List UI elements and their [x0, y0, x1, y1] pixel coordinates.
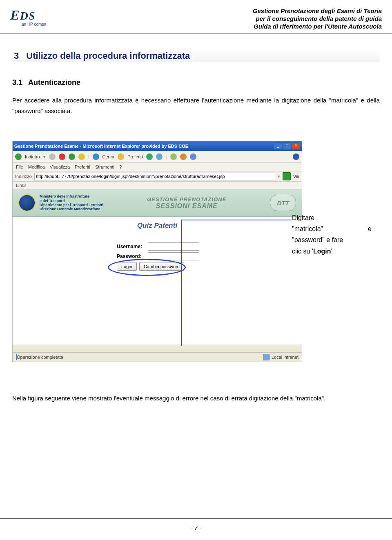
header-doc-title: Gestione Prenotazione degli Esami di Teo… [253, 7, 382, 30]
callout-line-4: clic su 'Login' [292, 246, 372, 257]
minimize-icon[interactable]: _ [274, 142, 282, 150]
page-content-area: Ministero delle Infrastrutture e dei Tra… [13, 189, 302, 344]
edit-icon[interactable] [190, 153, 196, 160]
main-content: 3 Utilizzo della procedura informatizzat… [12, 50, 380, 116]
status-bar: Operazione completata Local intranet [13, 352, 302, 362]
page-header: EDS an HP compa Gestione Prenotazione de… [10, 7, 382, 32]
section-number: 3 [14, 51, 19, 61]
username-input[interactable] [148, 242, 199, 251]
history-icon[interactable] [156, 153, 163, 160]
callout-line-1: Digitare [292, 212, 372, 223]
paragraph-intro: Per accedere alla procedura informatizza… [12, 95, 380, 116]
browser-toolbar: Indietro ▾ | Cerca Preferiti | [13, 151, 302, 163]
ministero-line-1: Ministero delle Infrastrutture [40, 194, 103, 198]
password-input[interactable] [148, 252, 199, 260]
app-brand-title: GESTIONE PRENOTAZIONE SESSIONI ESAME [147, 196, 226, 210]
window-titlebar: Gestione Prenotazione Esame - Microsoft … [13, 141, 302, 151]
back-label[interactable]: Indietro [25, 154, 40, 159]
callout-login-bold: Login [313, 248, 331, 255]
callout-line-3: "password" e fare [292, 234, 372, 245]
stop-icon[interactable] [59, 153, 65, 160]
status-left: Operazione completata [16, 355, 63, 360]
favorites-label[interactable]: Preferiti [127, 154, 143, 159]
browser-menubar: File Modifica Visualizza Preferiti Strum… [13, 163, 302, 171]
go-label[interactable]: Vai [293, 174, 299, 179]
login-form: Username: Password: Login Cambia passwor… [117, 242, 199, 271]
ie-logo-icon [293, 153, 299, 160]
username-row: Username: [117, 242, 199, 251]
login-button[interactable]: Login [117, 262, 137, 271]
quiz-title: Quiz Patenti [13, 222, 302, 230]
paragraph-after-figure: Nella figura seguente viene mostrato l'e… [12, 393, 380, 404]
page-number: - 7 - [0, 524, 392, 531]
address-label: Indirizzo [15, 174, 32, 179]
header-line-3: Guida di riferimento per l'Utente Autosc… [253, 23, 382, 31]
callout-line-2: "matricola" e [292, 223, 372, 234]
logo: EDS an HP compa [10, 7, 46, 27]
callout-line-4b: ' [331, 248, 332, 255]
window-title: Gestione Prenotazione Esame - Microsoft … [14, 144, 188, 149]
print-icon[interactable] [180, 153, 187, 160]
close-icon[interactable]: × [292, 142, 300, 150]
subsection-heading: 3.1 Autenticazione [12, 78, 380, 87]
links-label: Links [16, 183, 27, 188]
forward-icon[interactable] [49, 153, 56, 160]
logo-text-rest: DS [20, 9, 36, 22]
status-right: Local intranet [263, 354, 298, 360]
menu-file[interactable]: File [16, 164, 23, 169]
status-left-text: Operazione completata [17, 355, 63, 360]
go-button[interactable] [283, 172, 291, 180]
section-title: Utilizzo della procedura informatizzata [26, 51, 190, 61]
status-right-text: Local intranet [272, 355, 298, 360]
ministero-text: Ministero delle Infrastrutture e dei Tra… [40, 194, 103, 211]
dtt-badge: DTT [270, 195, 296, 211]
refresh-icon[interactable] [69, 153, 75, 160]
subsection-title: Autenticazione [28, 78, 80, 87]
emblem-icon [18, 194, 36, 211]
change-password-button[interactable]: Cambia password [139, 262, 184, 271]
footer-rule [0, 518, 392, 519]
favorites-icon[interactable] [118, 153, 124, 160]
annotation-pointer-line [181, 220, 182, 346]
callout-line-2b: e [368, 223, 372, 234]
subsection-number: 3.1 [12, 78, 22, 87]
ministero-line-2: e dei Trasporti [40, 199, 103, 203]
search-label[interactable]: Cerca [102, 154, 114, 159]
callout-line-2a: "matricola" [292, 223, 323, 234]
menu-edit[interactable]: Modifica [28, 164, 45, 169]
callout-line-4a: clic su ' [292, 248, 313, 255]
username-label: Username: [117, 244, 148, 249]
logo-text: EDS [10, 7, 46, 23]
maximize-icon[interactable]: □ [283, 142, 291, 150]
brand-line-2: SESSIONI ESAME [147, 202, 226, 210]
logo-subtitle: an HP compa [22, 22, 46, 27]
password-row: Password: [117, 252, 199, 260]
media-icon[interactable] [146, 153, 153, 160]
menu-tools[interactable]: Strumenti [95, 164, 114, 169]
ministero-line-3: Dipartimento per i Trasporti Terrestri [40, 203, 103, 207]
dtt-label: DTT [277, 200, 289, 207]
address-bar: Indirizzo ▾ Vai [13, 171, 302, 182]
ministero-line-4: Direzione Generale Motorizzazione [40, 207, 103, 211]
mail-icon[interactable] [170, 153, 177, 160]
menu-favorites[interactable]: Preferiti [75, 164, 90, 169]
app-header-banner: Ministero delle Infrastrutture e dei Tra… [13, 189, 302, 217]
links-bar: Links [13, 182, 302, 189]
zone-icon [263, 354, 270, 360]
header-rule [0, 33, 392, 34]
back-icon[interactable] [15, 153, 22, 160]
header-line-1: Gestione Prenotazione degli Esami di Teo… [253, 7, 382, 15]
section-heading: 3 Utilizzo della procedura informatizzat… [12, 50, 380, 62]
search-icon[interactable] [93, 153, 99, 160]
embedded-screenshot: Gestione Prenotazione Esame - Microsoft … [12, 141, 302, 362]
window-buttons: _ □ × [274, 142, 300, 150]
app-header-left: Ministero delle Infrastrutture e dei Tra… [18, 194, 103, 211]
menu-help[interactable]: ? [119, 164, 122, 169]
menu-view[interactable]: Visualizza [50, 164, 70, 169]
password-label: Password: [117, 253, 148, 259]
header-line-2: per il conseguimento della patente di gu… [253, 15, 382, 23]
brand-line-1: GESTIONE PRENOTAZIONE [147, 196, 226, 202]
login-button-row: Login Cambia password [117, 262, 199, 271]
home-icon[interactable] [78, 153, 85, 160]
url-input[interactable] [34, 173, 275, 180]
